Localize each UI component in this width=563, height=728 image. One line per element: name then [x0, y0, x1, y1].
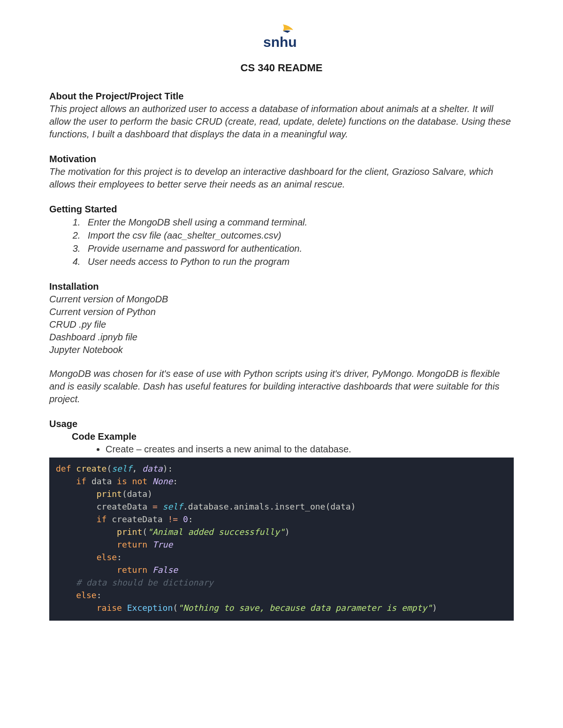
list-item: Import the csv file (aac_shelter_outcome…: [83, 229, 514, 242]
code-token: if: [97, 514, 107, 524]
code-token: data: [330, 502, 350, 511]
code-token: # data should be dictionary: [76, 578, 213, 587]
about-body: This project allows an authorized user t…: [49, 103, 514, 141]
code-token: else: [76, 590, 96, 600]
code-token: ):: [163, 464, 173, 473]
code-token: create: [76, 464, 107, 473]
code-token: .database.animals.insert_one(: [183, 502, 330, 511]
list-item: Create – creates and inserts a new anima…: [106, 443, 514, 456]
code-token: (: [107, 464, 112, 473]
code-token: ): [285, 527, 290, 537]
code-token: is not: [117, 476, 147, 486]
code-token: self: [163, 502, 183, 511]
code-token: :: [117, 552, 122, 562]
code-token: True: [147, 540, 173, 549]
code-token: [178, 514, 183, 524]
motivation-heading: Motivation: [49, 154, 514, 165]
code-token: raise: [97, 603, 122, 613]
code-token: createData: [97, 502, 147, 511]
getting-started-heading: Getting Started: [49, 204, 514, 215]
code-token: ): [432, 603, 437, 613]
code-token: !=: [167, 514, 178, 524]
code-token: =: [147, 502, 163, 511]
code-token: createData: [107, 514, 167, 524]
getting-started-steps: Enter the MongoDB shell using a command …: [49, 216, 514, 268]
code-token: return: [117, 565, 147, 575]
list-item: Jupyter Notebook: [49, 344, 514, 356]
document-title: CS 340 README: [49, 62, 514, 74]
code-token: (: [142, 527, 147, 537]
code-token: ): [351, 502, 356, 511]
code-token: False: [147, 565, 178, 575]
code-token: :: [173, 476, 178, 486]
code-token: 0: [183, 514, 188, 524]
code-token: else: [97, 552, 117, 562]
code-token: print: [117, 527, 142, 537]
list-item: Provide username and password for authen…: [83, 242, 514, 255]
code-token: ): [147, 489, 152, 499]
list-item: Enter the MongoDB shell using a command …: [83, 216, 514, 229]
code-token: None: [152, 476, 173, 486]
code-token: if: [76, 476, 86, 486]
list-item: Current version of MongoDB: [49, 293, 514, 306]
code-token: Exception: [122, 603, 173, 613]
code-token: data: [142, 464, 162, 473]
list-item: Dashboard .ipnyb file: [49, 331, 514, 344]
usage-bullets: Create – creates and inserts a new anima…: [49, 443, 514, 456]
code-token: :: [188, 514, 193, 524]
logo-container: snhu: [49, 23, 514, 53]
code-token: :: [97, 590, 102, 600]
motivation-body: The motivation for this project is to de…: [49, 165, 514, 191]
code-token: "Animal added successfully": [147, 527, 285, 537]
code-token: (: [173, 603, 178, 613]
code-token: (: [122, 489, 127, 499]
code-token: print: [97, 489, 122, 499]
installation-list: Current version of MongoDB Current versi…: [49, 293, 514, 356]
usage-heading: Usage: [49, 419, 514, 429]
code-token: data: [91, 476, 112, 486]
list-item: User needs access to Python to run the p…: [83, 255, 514, 268]
code-token: ,: [132, 464, 143, 473]
code-token: self: [112, 464, 132, 473]
code-block-create: def create(self, data): if data is not N…: [49, 458, 514, 621]
installation-heading: Installation: [49, 281, 514, 292]
code-example-heading: Code Example: [72, 431, 514, 442]
snhu-logo: snhu: [260, 23, 303, 53]
about-heading: About the Project/Project Title: [49, 91, 514, 102]
code-token: data: [127, 489, 147, 499]
installation-note: MongoDB was chosen for it's ease of use …: [49, 368, 514, 405]
code-token: return: [117, 540, 147, 549]
list-item: CRUD .py file: [49, 318, 514, 331]
svg-text:snhu: snhu: [263, 34, 297, 50]
list-item: Current version of Python: [49, 306, 514, 318]
code-token: "Nothing to save, because data parameter…: [178, 603, 432, 613]
code-token: def: [56, 464, 71, 473]
